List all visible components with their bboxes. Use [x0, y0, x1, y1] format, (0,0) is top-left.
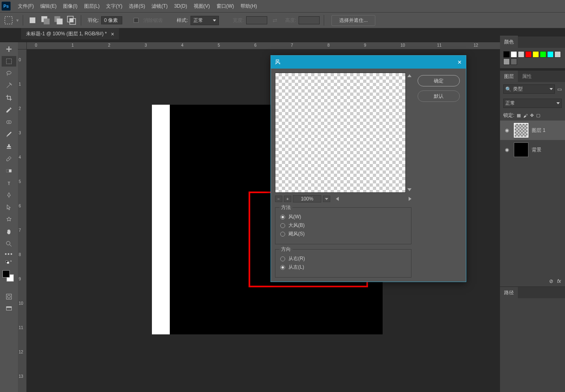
link-layers-icon[interactable]: ⊘ — [549, 278, 553, 284]
dir-left-radio[interactable]: 从左(L) — [280, 264, 406, 271]
sel-add-icon[interactable] — [40, 15, 51, 26]
paths-tab[interactable]: 路径 — [500, 287, 518, 298]
swatch[interactable] — [503, 51, 510, 58]
layer-thumb[interactable] — [514, 123, 528, 138]
svg-point-10 — [11, 84, 11, 84]
method-stagger-radio[interactable]: 飓风(S) — [280, 230, 406, 237]
sel-new-icon[interactable] — [27, 15, 38, 26]
ruler-vertical[interactable]: 012345678910111213 — [18, 50, 27, 392]
blend-mode-dropdown[interactable]: 正常 — [503, 99, 562, 108]
dialog-close-icon[interactable]: ✕ — [457, 59, 462, 65]
dialog-titlebar[interactable]: 风 ✕ — [271, 56, 466, 69]
sel-intersect-icon[interactable] — [66, 15, 77, 26]
sel-sub-icon[interactable] — [53, 15, 64, 26]
eyedropper-tool[interactable] — [2, 105, 16, 115]
magic-wand-tool[interactable] — [2, 80, 16, 91]
crop-tool[interactable] — [2, 93, 16, 103]
layer-name[interactable]: 背景 — [532, 146, 541, 153]
fx-icon[interactable]: fx — [557, 278, 561, 284]
preview-scroll-down-icon[interactable] — [407, 188, 411, 191]
move-tool[interactable] — [2, 44, 16, 54]
visibility-icon[interactable]: ◉ — [503, 147, 511, 153]
visibility-icon[interactable]: ◉ — [503, 127, 511, 133]
lock-paint-icon[interactable]: 🖌 — [523, 113, 528, 118]
dialog-preview[interactable] — [275, 73, 406, 193]
hand-tool[interactable] — [2, 226, 16, 237]
layer-filter-dropdown[interactable]: 🔍 类型 — [503, 84, 555, 94]
swatch[interactable] — [511, 51, 517, 58]
foreground-color[interactable] — [2, 270, 10, 278]
eraser-tool[interactable] — [2, 153, 16, 164]
method-blast-radio[interactable]: 大风(B) — [280, 222, 406, 229]
gradient-tool[interactable] — [2, 166, 16, 176]
swatch[interactable] — [525, 51, 532, 58]
swatch[interactable] — [547, 51, 554, 58]
marquee-tool-icon[interactable] — [3, 15, 14, 26]
lock-trans-icon[interactable]: ▦ — [517, 113, 521, 118]
color-panel-tab[interactable]: 颜色 — [500, 36, 518, 48]
swatch[interactable] — [511, 58, 517, 65]
menu-3d[interactable]: 3D(D) — [171, 1, 190, 11]
zoom-value[interactable]: 100% — [293, 195, 321, 202]
svg-rect-7 — [70, 19, 74, 22]
type-tool[interactable]: T — [2, 178, 16, 188]
swatch[interactable] — [540, 51, 546, 58]
preview-scroll-left-icon[interactable] — [336, 197, 339, 201]
shape-tool[interactable] — [2, 214, 16, 225]
menu-window[interactable]: 窗口(W) — [213, 0, 237, 12]
quickmask-tool[interactable] — [2, 291, 16, 302]
feather-input[interactable] — [101, 16, 122, 24]
zoom-dropdown-icon[interactable] — [323, 196, 330, 202]
select-and-mask-button[interactable]: 选择并遮住... — [331, 15, 375, 26]
layer-row-1[interactable]: ◉ 图层 1 — [500, 121, 565, 140]
layers-tab[interactable]: 图层 — [500, 71, 518, 82]
menu-help[interactable]: 帮助(H) — [237, 0, 260, 12]
preview-scroll-up-icon[interactable] — [407, 74, 411, 77]
antialias-label: 消除锯齿 — [143, 17, 163, 24]
zoom-tool[interactable] — [2, 239, 16, 249]
edit-toolbar-icon[interactable]: ••• — [2, 251, 16, 257]
lasso-tool[interactable] — [2, 68, 16, 79]
layer-row-bg[interactable]: ◉ 背景 — [500, 140, 565, 159]
style-dropdown[interactable]: 正常 — [190, 16, 219, 25]
menu-filter[interactable]: 滤镜(T) — [148, 0, 171, 12]
layer-name[interactable]: 图层 1 — [532, 127, 546, 134]
preview-scroll-right-icon[interactable] — [409, 197, 411, 201]
method-wind-radio[interactable]: 风(W) — [280, 213, 406, 220]
search-icon: 🔍 — [505, 86, 511, 92]
menu-view[interactable]: 视图(V) — [190, 0, 213, 12]
stamp-tool[interactable] — [2, 141, 16, 152]
fg-bg-swap-icon[interactable] — [2, 259, 16, 265]
menu-select[interactable]: 选择(S) — [126, 0, 148, 12]
zoom-in-button[interactable]: + — [284, 196, 291, 202]
ruler-horizontal[interactable]: 012345678910111213 — [27, 42, 500, 50]
screenmode-tool[interactable] — [2, 304, 16, 314]
brush-tool[interactable] — [2, 129, 16, 140]
swatch[interactable] — [503, 58, 510, 65]
menu-edit[interactable]: 编辑(E) — [37, 0, 60, 12]
tab-close-icon[interactable]: × — [111, 31, 114, 37]
swatch[interactable] — [554, 51, 561, 58]
color-swatch[interactable] — [2, 269, 16, 282]
swatch[interactable] — [518, 51, 524, 58]
menu-file[interactable]: 文件(F) — [15, 0, 37, 12]
properties-tab[interactable]: 属性 — [518, 71, 536, 82]
pen-tool[interactable] — [2, 190, 16, 200]
swatch[interactable] — [533, 51, 539, 58]
zoom-out-button[interactable]: − — [275, 196, 282, 202]
ok-button[interactable]: 确定 — [418, 75, 460, 86]
document-tab[interactable]: 未标题-1 @ 100% (图层 1, RGB/8#) * × — [21, 28, 119, 39]
lock-artboard-icon[interactable]: ▢ — [536, 113, 540, 118]
marquee-tool[interactable] — [2, 56, 16, 67]
menu-type[interactable]: 文字(Y) — [103, 0, 126, 12]
path-select-tool[interactable] — [2, 202, 16, 213]
ruler-origin[interactable] — [18, 42, 27, 50]
layer-thumb[interactable] — [514, 142, 528, 157]
menu-image[interactable]: 图像(I) — [60, 0, 80, 12]
filter-image-icon[interactable]: ▭ — [557, 86, 562, 92]
default-button[interactable]: 默认 — [418, 90, 460, 102]
lock-pos-icon[interactable]: ✥ — [530, 113, 534, 118]
dir-right-radio[interactable]: 从右(R) — [280, 255, 406, 262]
healing-tool[interactable] — [2, 117, 16, 127]
menu-layer[interactable]: 图层(L) — [81, 0, 103, 12]
